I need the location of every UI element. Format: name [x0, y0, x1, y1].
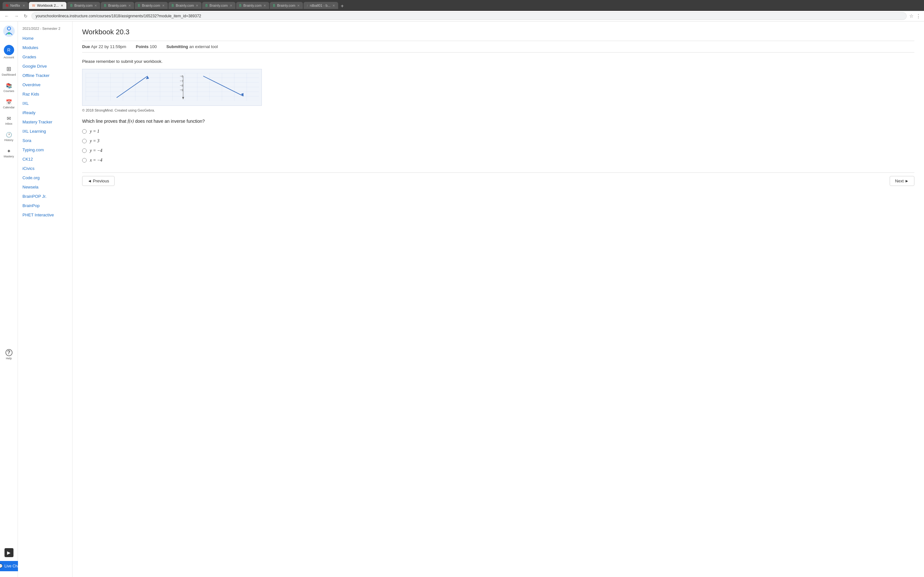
tab-close-workbook[interactable]: ✕: [61, 4, 63, 7]
option-3-label: y = −4: [90, 148, 102, 153]
rail-item-mastery[interactable]: ✦ Mastery: [0, 145, 18, 161]
play-button[interactable]: ▶: [5, 548, 13, 557]
radio-opt4[interactable]: [82, 158, 87, 163]
tab-workbook[interactable]: W Workbook 2... ✕: [29, 2, 66, 9]
rail-item-history[interactable]: 🕐 History: [0, 129, 18, 144]
tab-brainly-1[interactable]: B Brainly.com ✕: [67, 2, 100, 9]
help-icon: ?: [5, 349, 13, 356]
tab-netflix[interactable]: N Netflix ✕: [3, 2, 28, 9]
tab-rdball[interactable]: r rdball01 - b... ✕: [304, 2, 338, 9]
sidebar-item-mastery-tracker[interactable]: Mastery Tracker: [18, 117, 72, 127]
option-4[interactable]: x = −4: [82, 158, 914, 163]
address-bar: ← → ↻ yourschoolonlineca.instructure.com…: [0, 11, 924, 21]
sidebar-item-ck12[interactable]: CK12: [18, 155, 72, 164]
rail-item-help-label: Help: [6, 357, 12, 360]
sidebar-item-modules[interactable]: Modules: [18, 43, 72, 52]
nav-footer: ◄ Previous Next ►: [82, 172, 914, 189]
radio-opt1[interactable]: [82, 129, 87, 134]
sidebar-item-icivics[interactable]: iCivics: [18, 164, 72, 173]
option-3[interactable]: y = −4: [82, 148, 914, 153]
rail-item-inbox[interactable]: ✉ Inbox: [0, 113, 18, 128]
submitting-meta: Submitting an external tool: [166, 44, 218, 49]
sidebar-item-brainpop[interactable]: BrainPop: [18, 201, 72, 210]
left-rail: R Account ⊞ Dashboard 📚 Courses 📅 Calend…: [0, 21, 18, 577]
tab-brainly-4[interactable]: B Brainly.com ✕: [168, 2, 202, 9]
sidebar-item-typing[interactable]: Typing.com: [18, 145, 72, 155]
page-title: Workbook 20.3: [82, 28, 914, 36]
tab-brainly-5[interactable]: B Brainly.com ✕: [202, 2, 235, 9]
due-value: Apr 22 by 11:59pm: [91, 44, 126, 49]
sidebar-item-home[interactable]: Home: [18, 34, 72, 43]
tab-brainly-2[interactable]: B Brainly.com ✕: [101, 2, 134, 9]
sidebar-item-overdrive[interactable]: Overdrive: [18, 80, 72, 89]
due-meta: Due Apr 22 by 11:59pm: [82, 44, 126, 49]
tab-close-brainly-2[interactable]: ✕: [128, 4, 131, 7]
reload-button[interactable]: ↻: [23, 13, 29, 19]
rail-item-mastery-label: Mastery: [3, 155, 14, 158]
graph-svg: −6 −7 −8 −9: [86, 73, 259, 101]
sidebar-item-sora[interactable]: Sora: [18, 136, 72, 145]
graph-attribution: © 2018 StrongMind. Created using GeoGebr…: [82, 108, 914, 112]
sidebar-item-codeorg[interactable]: Code.org: [18, 173, 72, 182]
rail-item-courses[interactable]: 📚 Courses: [0, 80, 18, 95]
tab-close-brainly-5[interactable]: ✕: [230, 4, 232, 7]
radio-opt2[interactable]: [82, 139, 87, 143]
rail-item-dashboard[interactable]: ⊞ Dashboard: [0, 63, 18, 79]
sidebar-item-iready[interactable]: iReady: [18, 108, 72, 117]
previous-button[interactable]: ◄ Previous: [82, 176, 115, 186]
url-input[interactable]: yourschoolonlineca.instructure.com/cours…: [31, 12, 907, 20]
option-1[interactable]: y = 1: [82, 129, 914, 134]
due-label: Due: [82, 44, 90, 49]
sidebar-item-raz-kids[interactable]: Raz Kids: [18, 89, 72, 99]
tab-close-brainly-3[interactable]: ✕: [162, 4, 165, 7]
back-button[interactable]: ←: [3, 13, 10, 19]
rail-item-help[interactable]: ? Help: [0, 347, 18, 363]
main-content: Workbook 20.3 Due Apr 22 by 11:59pm Poin…: [73, 21, 924, 577]
rail-item-calendar-label: Calendar: [3, 106, 15, 109]
course-sidebar: 2021/2022 - Semester 2 Home Modules Grad…: [18, 21, 73, 577]
account-avatar: R: [4, 45, 14, 55]
sidebar-item-offline-tracker[interactable]: Offline Tracker: [18, 71, 72, 80]
svg-text:−8: −8: [180, 84, 183, 87]
points-label: Points: [136, 44, 149, 49]
sidebar-item-grades[interactable]: Grades: [18, 52, 72, 61]
tab-close-brainly-7[interactable]: ✕: [297, 4, 300, 7]
option-4-label: x = −4: [90, 158, 102, 163]
courses-icon: 📚: [6, 83, 12, 89]
tab-close-brainly-6[interactable]: ✕: [263, 4, 266, 7]
rail-item-history-label: History: [4, 139, 13, 142]
option-2-label: y = 3: [90, 139, 99, 143]
sidebar-item-google-drive[interactable]: Google Drive: [18, 61, 72, 71]
app-logo: [3, 25, 15, 39]
rail-item-dashboard-label: Dashboard: [2, 73, 16, 76]
forward-button[interactable]: →: [13, 13, 20, 19]
chat-icon: 💬: [0, 564, 3, 569]
rail-item-calendar[interactable]: 📅 Calendar: [0, 97, 18, 111]
tab-close-brainly-4[interactable]: ✕: [196, 4, 198, 7]
radio-opt3[interactable]: [82, 148, 87, 153]
rail-item-inbox-label: Inbox: [5, 122, 12, 125]
option-2[interactable]: y = 3: [82, 139, 914, 143]
tab-brainly-3[interactable]: B Brainly.com ✕: [135, 2, 168, 9]
new-tab-button[interactable]: +: [339, 3, 346, 9]
browser-icons: ☆ ⋮: [909, 13, 921, 19]
sidebar-item-brainpop-jr[interactable]: BrainPOP Jr.: [18, 192, 72, 201]
rail-item-courses-label: Courses: [3, 89, 15, 93]
points-meta: Points 100: [136, 44, 157, 49]
inbox-icon: ✉: [7, 115, 11, 121]
sidebar-item-ixl-learning[interactable]: IXL Learning: [18, 127, 72, 136]
sidebar-item-ixl[interactable]: IXL: [18, 99, 72, 108]
semester-label: 2021/2022 - Semester 2: [18, 25, 72, 34]
tab-close-rdball[interactable]: ✕: [333, 4, 335, 7]
tab-brainly-6[interactable]: B Brainly.com ✕: [236, 2, 269, 9]
tab-close-netflix[interactable]: ✕: [23, 4, 25, 7]
sidebar-item-phet[interactable]: PHET Interactive: [18, 210, 72, 219]
next-button[interactable]: Next ►: [890, 176, 914, 186]
tab-brainly-7[interactable]: B Brainly.com ✕: [270, 2, 303, 9]
rail-item-account[interactable]: R Account: [0, 42, 18, 61]
bookmark-icon[interactable]: ☆: [909, 13, 913, 19]
svg-text:−9: −9: [180, 89, 183, 92]
tab-close-brainly-1[interactable]: ✕: [94, 4, 97, 7]
sidebar-item-newsela[interactable]: Newsela: [18, 182, 72, 192]
menu-icon[interactable]: ⋮: [916, 13, 921, 19]
